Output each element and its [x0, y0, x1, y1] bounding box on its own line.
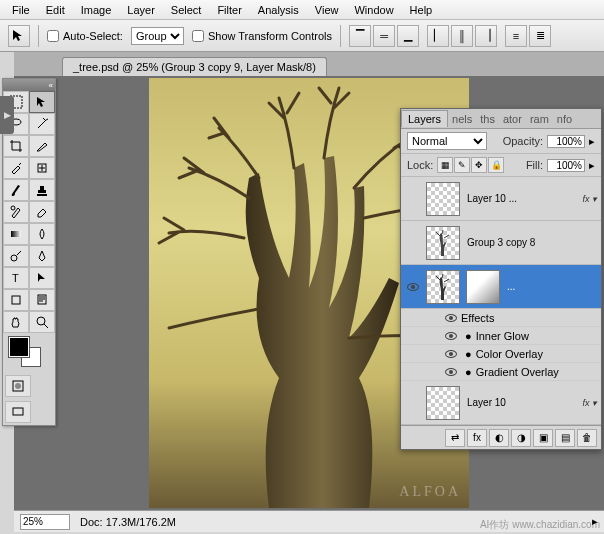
layer-row[interactable]: Group 3 copy 8 — [401, 221, 601, 265]
svg-text:T: T — [12, 272, 19, 284]
distribute-icon-2[interactable]: ≣ — [529, 25, 551, 47]
menu-select[interactable]: Select — [163, 4, 210, 16]
layer-row[interactable]: Layer 10 ... fx ▾ — [401, 177, 601, 221]
chevron-right-icon[interactable]: ▸ — [589, 135, 595, 148]
pen-tool[interactable] — [29, 245, 55, 267]
layers-panel: Layers nels ths ator ram nfo Normal Opac… — [400, 108, 602, 450]
layer-style-icon[interactable]: fx — [467, 429, 487, 447]
zoom-tool[interactable] — [29, 311, 55, 333]
tab-paths[interactable]: ths — [476, 113, 499, 125]
chevron-right-icon[interactable]: ▸ — [589, 159, 595, 172]
fx-badge[interactable]: fx ▾ — [582, 398, 599, 408]
lock-position-icon[interactable]: ✥ — [471, 157, 487, 173]
menu-file[interactable]: File — [4, 4, 38, 16]
visibility-toggle[interactable] — [403, 283, 423, 291]
zoom-input[interactable] — [20, 514, 70, 530]
blur-tool[interactable] — [29, 223, 55, 245]
layer-name[interactable]: Group 3 copy 8 — [463, 237, 599, 248]
link-layers-icon[interactable]: ⇄ — [445, 429, 465, 447]
align-vcenter-icon[interactable]: ═ — [373, 25, 395, 47]
fx-item-row[interactable]: ●Inner Glow — [401, 327, 601, 345]
layer-thumbnail[interactable] — [426, 270, 460, 304]
fx-effects-row[interactable]: Effects — [401, 309, 601, 327]
menu-window[interactable]: Window — [346, 4, 401, 16]
menu-filter[interactable]: Filter — [209, 4, 249, 16]
auto-select-checkbox[interactable]: Auto-Select: — [47, 30, 123, 42]
layer-mask-thumbnail[interactable] — [466, 270, 500, 304]
distribute-icon[interactable]: ≡ — [505, 25, 527, 47]
menu-view[interactable]: View — [307, 4, 347, 16]
menu-layer[interactable]: Layer — [119, 4, 163, 16]
notes-tool[interactable] — [29, 289, 55, 311]
new-group-icon[interactable]: ▣ — [533, 429, 553, 447]
fx-badge[interactable]: fx ▾ — [582, 194, 599, 204]
wand-tool[interactable] — [29, 113, 55, 135]
eraser-tool[interactable] — [29, 201, 55, 223]
toolbox-header[interactable]: « — [3, 79, 55, 91]
gradient-tool[interactable] — [3, 223, 29, 245]
layer-row[interactable]: Layer 10 fx ▾ — [401, 381, 601, 425]
fx-item-row[interactable]: ●Color Overlay — [401, 345, 601, 363]
align-bottom-icon[interactable]: ▁ — [397, 25, 419, 47]
align-buttons-h: ▏ ║ ▕ — [427, 25, 497, 47]
healing-tool[interactable] — [29, 157, 55, 179]
tab-layers[interactable]: Layers — [401, 110, 448, 127]
align-right-icon[interactable]: ▕ — [475, 25, 497, 47]
move-tool[interactable] — [29, 91, 55, 113]
blend-mode-dropdown[interactable]: Normal — [407, 132, 487, 150]
lock-pixels-icon[interactable]: ✎ — [454, 157, 470, 173]
slice-tool[interactable] — [29, 135, 55, 157]
auto-select-dropdown[interactable]: Group — [131, 27, 184, 45]
move-tool-indicator[interactable] — [8, 25, 30, 47]
show-transform-label: Show Transform Controls — [208, 30, 332, 42]
layer-name[interactable]: Layer 10 — [463, 397, 582, 408]
menu-help[interactable]: Help — [402, 4, 441, 16]
adjustment-layer-icon[interactable]: ◑ — [511, 429, 531, 447]
quickmask-toggle[interactable] — [5, 375, 31, 397]
opacity-value[interactable]: 100% — [547, 135, 585, 148]
hand-tool[interactable] — [3, 311, 29, 333]
tab-channels[interactable]: nels — [448, 113, 476, 125]
align-top-icon[interactable]: ▔ — [349, 25, 371, 47]
panel-expand-tab[interactable]: ▶ — [0, 96, 14, 134]
history-brush-tool[interactable] — [3, 201, 29, 223]
lock-transparency-icon[interactable]: ▦ — [437, 157, 453, 173]
fill-value[interactable]: 100% — [547, 159, 585, 172]
eyedropper-tool[interactable] — [3, 157, 29, 179]
delete-layer-icon[interactable]: 🗑 — [577, 429, 597, 447]
shape-tool[interactable] — [3, 289, 29, 311]
foreground-swatch[interactable] — [9, 337, 29, 357]
fx-item-label: Inner Glow — [476, 330, 529, 342]
path-select-tool[interactable] — [29, 267, 55, 289]
align-left-icon[interactable]: ▏ — [427, 25, 449, 47]
lock-all-icon[interactable]: 🔒 — [488, 157, 504, 173]
new-layer-icon[interactable]: ▤ — [555, 429, 575, 447]
type-tool[interactable]: T — [3, 267, 29, 289]
crop-tool[interactable] — [3, 135, 29, 157]
menu-image[interactable]: Image — [73, 4, 120, 16]
layer-thumbnail[interactable] — [426, 226, 460, 260]
document-tab[interactable]: _tree.psd @ 25% (Group 3 copy 9, Layer M… — [62, 57, 327, 76]
layer-thumbnail[interactable] — [426, 386, 460, 420]
stamp-tool[interactable] — [29, 179, 55, 201]
layer-row-selected[interactable]: ... — [401, 265, 601, 309]
show-transform-checkbox[interactable]: Show Transform Controls — [192, 30, 332, 42]
brush-tool[interactable] — [3, 179, 29, 201]
main-menu-bar: File Edit Image Layer Select Filter Anal… — [0, 0, 604, 20]
tab-history[interactable]: ator — [499, 113, 526, 125]
layer-mask-icon[interactable]: ◐ — [489, 429, 509, 447]
tab-info[interactable]: nfo — [553, 113, 576, 125]
menu-analysis[interactable]: Analysis — [250, 4, 307, 16]
layer-name[interactable]: ... — [503, 281, 599, 292]
color-swatches[interactable] — [3, 333, 55, 373]
align-hcenter-icon[interactable]: ║ — [451, 25, 473, 47]
fx-item-row[interactable]: ●Gradient Overlay — [401, 363, 601, 381]
layer-name[interactable]: Layer 10 ... — [463, 193, 582, 204]
tab-actions[interactable]: ram — [526, 113, 553, 125]
chevron-right-icon: ▶ — [4, 110, 11, 120]
screenmode-button[interactable] — [5, 401, 31, 423]
svg-point-9 — [37, 317, 45, 325]
layer-thumbnail[interactable] — [426, 182, 460, 216]
menu-edit[interactable]: Edit — [38, 4, 73, 16]
dodge-tool[interactable] — [3, 245, 29, 267]
